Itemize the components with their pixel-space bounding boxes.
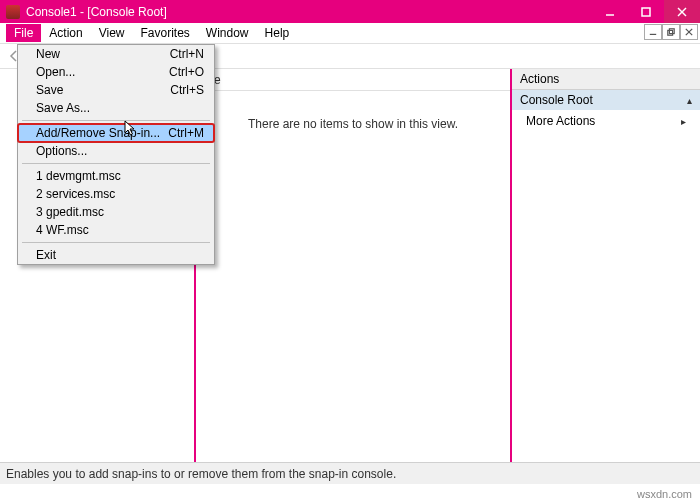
recent2-label: 2 services.msc xyxy=(36,187,115,201)
titlebar: Console1 - [Console Root] xyxy=(0,0,700,23)
status-text: Enables you to add snap-ins to or remove… xyxy=(6,467,396,481)
menu-item-save-as[interactable]: Save As... xyxy=(18,99,214,117)
close-button[interactable] xyxy=(664,0,700,23)
recent3-label: 3 gpedit.msc xyxy=(36,205,104,219)
menu-window[interactable]: Window xyxy=(198,24,257,42)
svg-rect-5 xyxy=(668,30,673,35)
statusbar: Enables you to add snap-ins to or remove… xyxy=(0,462,700,484)
minimize-button[interactable] xyxy=(592,0,628,23)
actions-section[interactable]: Console Root xyxy=(512,90,700,110)
menu-separator xyxy=(22,163,210,164)
open-shortcut: Ctrl+O xyxy=(169,65,204,79)
menu-item-recent-4[interactable]: 4 WF.msc xyxy=(18,221,214,239)
file-menu-dropdown: New Ctrl+N Open... Ctrl+O Save Ctrl+S Sa… xyxy=(17,44,215,265)
menu-item-exit[interactable]: Exit xyxy=(18,246,214,264)
menu-action[interactable]: Action xyxy=(41,24,90,42)
menu-item-open[interactable]: Open... Ctrl+O xyxy=(18,63,214,81)
menubar: File Action View Favorites Window Help xyxy=(0,23,700,44)
addremove-shortcut: Ctrl+M xyxy=(168,126,204,140)
save-label: Save xyxy=(36,83,63,97)
list-empty-message: There are no items to show in this view. xyxy=(196,91,510,482)
options-label: Options... xyxy=(36,144,87,158)
exit-label: Exit xyxy=(36,248,56,262)
menu-item-options[interactable]: Options... xyxy=(18,142,214,160)
save-shortcut: Ctrl+S xyxy=(170,83,204,97)
menu-item-new[interactable]: New Ctrl+N xyxy=(18,45,214,63)
actions-header: Actions xyxy=(512,69,700,90)
svg-rect-6 xyxy=(669,29,674,34)
menu-separator xyxy=(22,242,210,243)
menu-item-add-remove-snapin[interactable]: Add/Remove Snap-in... Ctrl+M xyxy=(18,124,214,142)
menu-item-recent-1[interactable]: 1 devmgmt.msc xyxy=(18,167,214,185)
menu-view[interactable]: View xyxy=(91,24,133,42)
watermark: wsxdn.com xyxy=(637,488,692,500)
recent4-label: 4 WF.msc xyxy=(36,223,89,237)
menu-favorites[interactable]: Favorites xyxy=(133,24,198,42)
menu-item-recent-2[interactable]: 2 services.msc xyxy=(18,185,214,203)
menu-separator xyxy=(22,120,210,121)
recent1-label: 1 devmgmt.msc xyxy=(36,169,121,183)
mdi-minimize-button[interactable] xyxy=(644,24,662,40)
menu-item-save[interactable]: Save Ctrl+S xyxy=(18,81,214,99)
menu-file[interactable]: File xyxy=(6,24,41,42)
new-label: New xyxy=(36,47,60,61)
menu-item-recent-3[interactable]: 3 gpedit.msc xyxy=(18,203,214,221)
new-shortcut: Ctrl+N xyxy=(170,47,204,61)
svg-rect-1 xyxy=(642,8,650,16)
addremove-label: Add/Remove Snap-in... xyxy=(36,126,160,140)
more-actions-label: More Actions xyxy=(526,114,595,128)
app-icon xyxy=(6,5,20,19)
actions-section-label: Console Root xyxy=(520,93,593,107)
saveas-label: Save As... xyxy=(36,101,90,115)
window-title: Console1 - [Console Root] xyxy=(26,5,592,19)
window-controls xyxy=(592,0,700,23)
menu-help[interactable]: Help xyxy=(257,24,298,42)
mdi-close-button[interactable] xyxy=(680,24,698,40)
mdi-controls xyxy=(644,24,698,40)
actions-pane: Actions Console Root More Actions xyxy=(510,69,700,482)
open-label: Open... xyxy=(36,65,75,79)
maximize-button[interactable] xyxy=(628,0,664,23)
more-actions[interactable]: More Actions xyxy=(512,110,700,132)
list-pane: me There are no items to show in this vi… xyxy=(196,69,510,482)
empty-text: There are no items to show in this view. xyxy=(248,117,458,131)
list-column-header[interactable]: me xyxy=(196,69,510,91)
mdi-restore-button[interactable] xyxy=(662,24,680,40)
cursor-icon xyxy=(124,120,138,141)
